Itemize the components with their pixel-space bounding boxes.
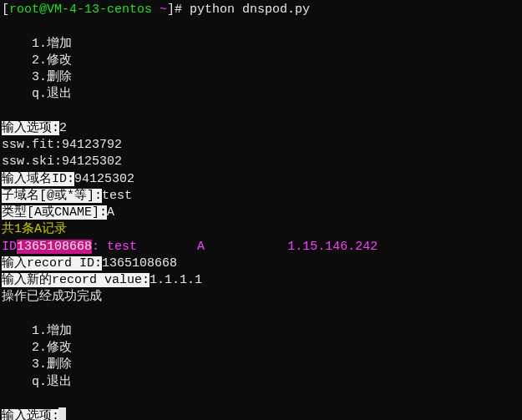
menu-item: 2.修改: [2, 53, 520, 69]
menu-item: 2.修改: [2, 340, 520, 357]
input-type-line[interactable]: 类型[A或CNAME]:A: [2, 205, 520, 221]
menu-item: 3.删除: [2, 69, 520, 86]
record-ip: 1.15.146.242: [287, 240, 378, 254]
record-gap: [205, 240, 287, 254]
input-type-value: A: [107, 205, 114, 220]
menu-item-label: 3.删除: [32, 70, 72, 84]
prompt-sep: [152, 3, 160, 17]
blank-line: [2, 18, 520, 35]
blank-line: [2, 391, 520, 407]
command: python dnspod.py: [190, 3, 310, 17]
input-record-id-line[interactable]: 输入record ID:1365108668: [2, 256, 520, 272]
count-line: 共1条A记录: [2, 221, 520, 238]
menu-item: q.退出: [2, 86, 520, 103]
cursor-icon: [58, 407, 66, 420]
input-record-value-label: 输入新的record value:: [2, 273, 150, 287]
record-colon: :: [92, 240, 107, 254]
menu-item-label: 3.删除: [32, 357, 72, 372]
input-record-value-value: 1.1.1.1: [150, 273, 202, 287]
menu-item: 3.删除: [2, 357, 520, 373]
input-option-line[interactable]: 输入选项:2: [2, 120, 520, 137]
input-domain-id-value: 94125302: [74, 172, 134, 186]
record-id-value: 1365108668: [17, 240, 92, 254]
menu-item-label: 2.修改: [32, 341, 72, 355]
record-id-label: ID: [2, 240, 17, 254]
menu-item: 1.增加: [2, 36, 520, 53]
user-host: root@VM-4-13-centos: [9, 3, 152, 17]
domain-line: ssw.fit:94123792: [2, 137, 520, 154]
menu-item-label: q.退出: [32, 375, 72, 389]
bracket-close: ]#: [167, 3, 190, 17]
shell-line: [root@VM-4-13-centos ~]# python dnspod.p…: [2, 2, 520, 18]
input-domain-id-label: 输入域名ID:: [2, 172, 74, 186]
input-option-line-2[interactable]: 输入选项:: [2, 407, 520, 420]
input-subdomain-label: 子域名[@或*等]:: [2, 189, 102, 203]
menu-item: q.退出: [2, 374, 520, 391]
input-record-id-value: 1365108668: [102, 256, 177, 271]
input-type-label: 类型[A或CNAME]:: [2, 205, 107, 220]
menu-item-label: q.退出: [32, 87, 72, 101]
blank-line: [2, 104, 520, 120]
record-row: ID1365108668: test A 1.15.146.242: [2, 239, 520, 256]
menu-item: 1.增加: [2, 323, 520, 340]
input-option-label: 输入选项:: [2, 409, 59, 420]
menu-item-label: 2.修改: [32, 53, 72, 68]
input-record-id-label: 输入record ID:: [2, 256, 102, 271]
blank-line: [2, 306, 520, 323]
success-line: 操作已经成功完成: [2, 289, 520, 306]
input-subdomain-value: test: [102, 189, 132, 203]
record-gap: [137, 240, 197, 254]
cwd: ~: [160, 3, 167, 17]
menu-item-label: 1.增加: [32, 324, 72, 338]
bracket-open: [: [2, 3, 9, 17]
menu-item-label: 1.增加: [32, 37, 72, 51]
record-name: test: [107, 240, 137, 254]
input-record-value-line[interactable]: 输入新的record value:1.1.1.1: [2, 272, 520, 289]
input-option-label: 输入选项:: [2, 121, 59, 135]
record-type: A: [197, 240, 205, 254]
input-option-value: 2: [59, 121, 67, 135]
domain-line: ssw.ski:94125302: [2, 154, 520, 170]
input-domain-id-line[interactable]: 输入域名ID:94125302: [2, 171, 520, 188]
input-subdomain-line[interactable]: 子域名[@或*等]:test: [2, 188, 520, 205]
